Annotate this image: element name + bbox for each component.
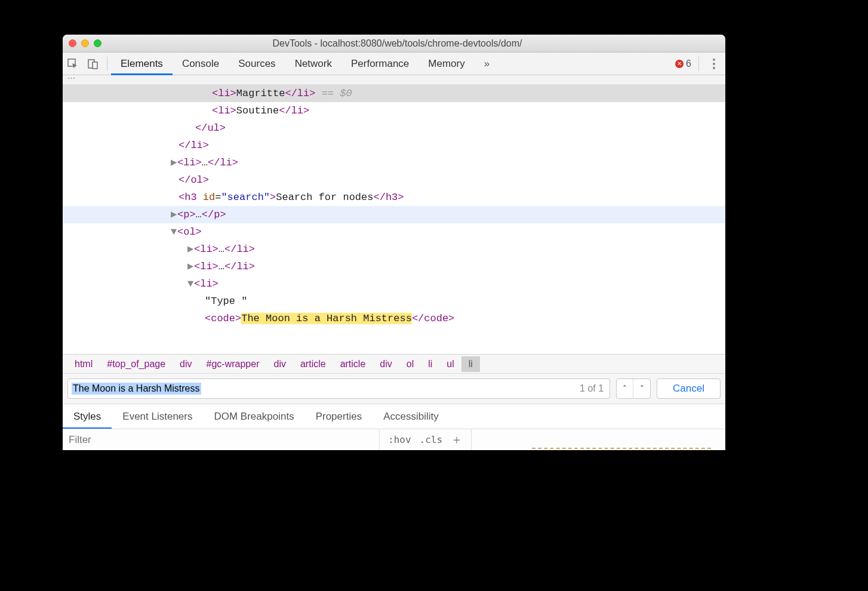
devtools-window: DevTools - localhost:8080/web/tools/chro… bbox=[63, 35, 725, 450]
main-toolbar: Elements Console Sources Network Perform… bbox=[63, 53, 725, 75]
svg-rect-2 bbox=[93, 62, 97, 69]
breadcrumb-item[interactable]: div bbox=[267, 356, 293, 372]
dom-tree-row[interactable]: ▶<li>…</li> bbox=[63, 154, 725, 171]
tab-sources[interactable]: Sources bbox=[229, 53, 285, 75]
dom-tree-row[interactable]: </ol> bbox=[63, 171, 725, 189]
settings-menu-icon[interactable] bbox=[706, 59, 722, 69]
hov-toggle[interactable]: :hov bbox=[388, 434, 411, 445]
device-toolbar-icon[interactable] bbox=[83, 53, 103, 75]
styles-filter-row: :hov .cls ＋ bbox=[63, 429, 725, 450]
subtab-properties[interactable]: Properties bbox=[305, 404, 373, 429]
dom-tree-row[interactable]: <code>The Moon is a Harsh Mistress</code… bbox=[63, 310, 725, 327]
breadcrumb-item[interactable]: #top_of_page bbox=[100, 356, 173, 372]
error-count: 6 bbox=[686, 59, 691, 69]
dom-tree[interactable]: <li>Magritte</li> == $0<li>Soutine</li><… bbox=[63, 85, 725, 354]
subtab-styles[interactable]: Styles bbox=[63, 404, 112, 429]
dom-tree-row[interactable]: ▶<li>…</li> bbox=[63, 258, 725, 275]
styles-filter-input[interactable] bbox=[69, 434, 379, 446]
search-nav: ˄ ˅ bbox=[616, 378, 651, 399]
window-title: DevTools - localhost:8080/web/tools/chro… bbox=[111, 38, 719, 49]
separator bbox=[107, 57, 107, 71]
styles-tabbar: StylesEvent ListenersDOM BreakpointsProp… bbox=[63, 404, 725, 429]
error-indicator[interactable]: ✕ 6 bbox=[675, 59, 691, 69]
search-next-icon[interactable]: ˅ bbox=[633, 379, 650, 398]
search-input[interactable]: The Moon is a Harsh Mistress 1 of 1 bbox=[67, 378, 610, 399]
dom-tree-row[interactable]: <li>Magritte</li> == $0 bbox=[63, 85, 725, 102]
cls-toggle[interactable]: .cls bbox=[420, 434, 443, 445]
dom-tree-row[interactable]: </ul> bbox=[63, 119, 725, 137]
titlebar: DevTools - localhost:8080/web/tools/chro… bbox=[63, 35, 725, 53]
search-query: The Moon is a Harsh Mistress bbox=[72, 383, 201, 395]
breadcrumb-item[interactable]: div bbox=[173, 356, 199, 372]
dom-tree-row[interactable]: ▼<ol> bbox=[63, 223, 725, 241]
error-icon: ✕ bbox=[675, 60, 684, 68]
subtab-dom-breakpoints[interactable]: DOM Breakpoints bbox=[203, 404, 304, 429]
new-style-rule-icon[interactable]: ＋ bbox=[451, 432, 463, 448]
tree-collapsed-indicator[interactable]: ⋯ bbox=[63, 75, 725, 85]
subtab-accessibility[interactable]: Accessibility bbox=[373, 404, 450, 429]
dom-tree-row[interactable]: <h3 id="search">Search for nodes</h3> bbox=[63, 189, 725, 206]
dom-tree-row[interactable]: ▶<p>…</p> bbox=[63, 206, 725, 223]
tab-elements[interactable]: Elements bbox=[111, 53, 173, 75]
breadcrumb: html#top_of_pagediv#gc-wrapperdivarticle… bbox=[63, 354, 725, 373]
breadcrumb-item[interactable]: article bbox=[333, 356, 373, 372]
minimize-icon[interactable] bbox=[81, 39, 89, 47]
subtab-event-listeners[interactable]: Event Listeners bbox=[112, 404, 203, 429]
tab-network[interactable]: Network bbox=[285, 53, 341, 75]
search-prev-icon[interactable]: ˄ bbox=[617, 379, 633, 398]
dom-tree-row[interactable]: ▶<li>…</li> bbox=[63, 241, 725, 258]
close-icon[interactable] bbox=[69, 39, 76, 47]
dom-tree-row[interactable]: ▼<li> bbox=[63, 275, 725, 293]
inspect-element-icon[interactable] bbox=[63, 53, 83, 75]
breadcrumb-item[interactable]: li bbox=[461, 356, 480, 372]
maximize-icon[interactable] bbox=[94, 39, 101, 47]
search-bar: The Moon is a Harsh Mistress 1 of 1 ˄ ˅ … bbox=[63, 373, 725, 404]
box-model-indicator bbox=[532, 448, 711, 450]
dom-tree-row[interactable]: <li>Soutine</li> bbox=[63, 102, 725, 119]
breadcrumb-item[interactable]: ol bbox=[399, 356, 421, 372]
tab-memory[interactable]: Memory bbox=[418, 53, 474, 75]
tabs-overflow[interactable]: » bbox=[475, 53, 499, 75]
breadcrumb-item[interactable]: html bbox=[67, 356, 100, 372]
breadcrumb-item[interactable]: div bbox=[373, 356, 399, 372]
window-controls bbox=[69, 39, 101, 47]
dom-tree-row[interactable]: "Type " bbox=[63, 293, 725, 310]
tab-console[interactable]: Console bbox=[173, 53, 229, 75]
tab-performance[interactable]: Performance bbox=[341, 53, 418, 75]
separator bbox=[698, 57, 699, 71]
breadcrumb-item[interactable]: li bbox=[421, 356, 439, 372]
breadcrumb-item[interactable]: article bbox=[293, 356, 333, 372]
breadcrumb-item[interactable]: #gc-wrapper bbox=[199, 356, 267, 372]
breadcrumb-item[interactable]: ul bbox=[439, 356, 461, 372]
cancel-button[interactable]: Cancel bbox=[657, 378, 721, 399]
search-result-count: 1 of 1 bbox=[580, 383, 606, 394]
dom-tree-row[interactable]: </li> bbox=[63, 137, 725, 154]
